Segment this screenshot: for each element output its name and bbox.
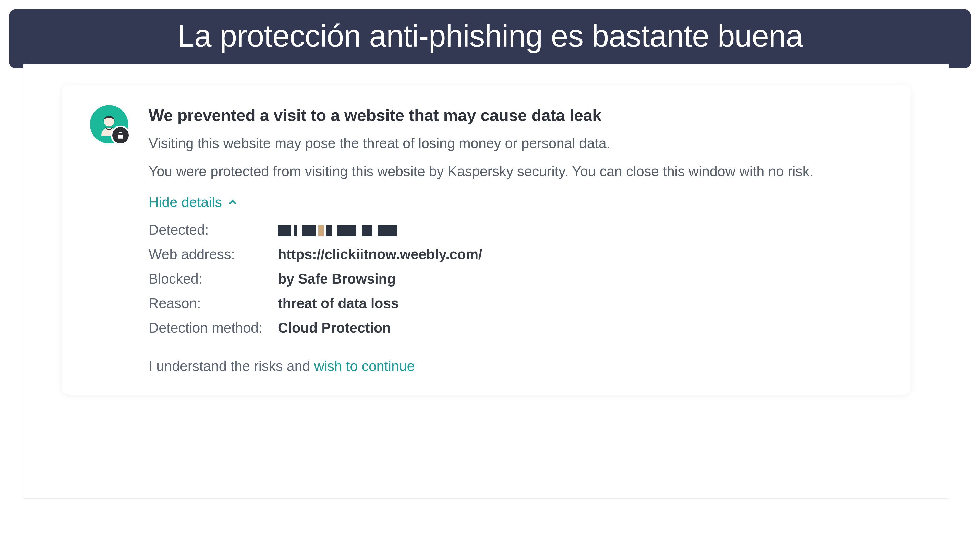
page-banner: La protección anti-phishing es bastante … bbox=[9, 9, 971, 68]
notification-title: We prevented a visit to a website that m… bbox=[149, 105, 883, 126]
notification-panel-outline: We prevented a visit to a website that m… bbox=[23, 64, 949, 499]
detail-row-blocked: Blocked: by Safe Browsing bbox=[149, 266, 482, 291]
value-web-address: https://clickiitnow.weebly.com/ bbox=[278, 242, 482, 266]
risks-statement: I understand the risks and wish to conti… bbox=[149, 358, 883, 374]
label-method: Detection method: bbox=[149, 315, 278, 340]
details-table: Detected: Web address: https://clickiitn… bbox=[149, 218, 482, 340]
detail-row-reason: Reason: threat of data loss bbox=[149, 291, 482, 315]
toggle-details-button[interactable]: Hide details bbox=[149, 194, 237, 210]
detail-row-method: Detection method: Cloud Protection bbox=[149, 315, 482, 340]
label-detected: Detected: bbox=[149, 218, 278, 242]
risks-prefix: I understand the risks and bbox=[149, 358, 314, 374]
notification-subtitle-1: Visiting this website may pose the threa… bbox=[149, 133, 883, 154]
notification-subtitle-2: You were protected from visiting this we… bbox=[149, 161, 883, 182]
label-blocked: Blocked: bbox=[149, 266, 278, 291]
detail-row-web-address: Web address: https://clickiitnow.weebly.… bbox=[149, 242, 482, 266]
value-reason: threat of data loss bbox=[278, 291, 482, 315]
label-web-address: Web address: bbox=[149, 242, 278, 266]
redacted-value bbox=[278, 225, 413, 236]
chevron-up-icon bbox=[228, 197, 237, 207]
detail-row-detected: Detected: bbox=[149, 218, 482, 242]
avatar-wrap bbox=[90, 105, 128, 143]
banner-title: La protección anti-phishing es bastante … bbox=[19, 19, 961, 53]
value-detected bbox=[278, 218, 482, 242]
toggle-details-label: Hide details bbox=[149, 194, 222, 210]
wish-to-continue-link[interactable]: wish to continue bbox=[314, 358, 415, 374]
value-blocked: by Safe Browsing bbox=[278, 266, 482, 291]
lock-icon bbox=[116, 131, 125, 140]
lock-badge bbox=[111, 126, 130, 145]
notification-content: We prevented a visit to a website that m… bbox=[149, 105, 883, 374]
value-method: Cloud Protection bbox=[278, 315, 482, 340]
label-reason: Reason: bbox=[149, 291, 278, 315]
block-notification-card: We prevented a visit to a website that m… bbox=[62, 85, 910, 394]
